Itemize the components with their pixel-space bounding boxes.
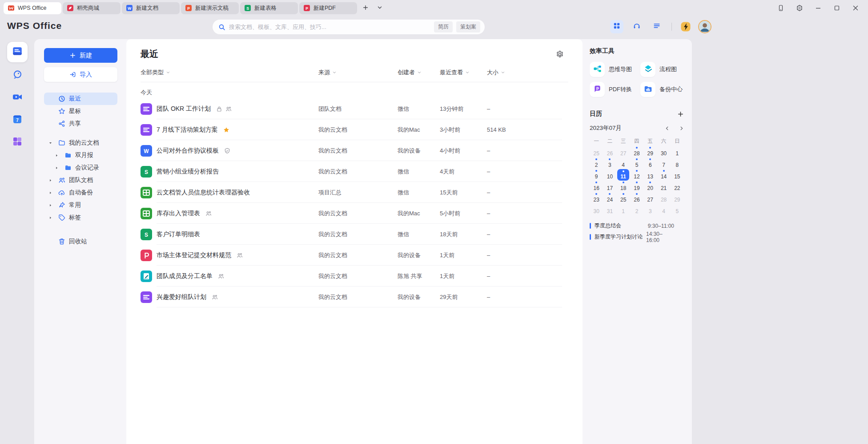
mobile-button[interactable]	[777, 4, 784, 12]
table-row[interactable]: 云文档管人员信息统计表理器验收项目汇总微信15天前–	[141, 182, 568, 203]
sidebar-item[interactable]: 双月报	[50, 149, 117, 161]
import-button[interactable]: 导入	[44, 67, 117, 82]
caret-right-icon[interactable]	[48, 191, 56, 195]
search-tag[interactable]: 策划案	[456, 21, 480, 32]
sidebar-item[interactable]: 我的云文档	[44, 137, 117, 149]
minimize-button[interactable]	[815, 4, 822, 12]
maximize-button[interactable]	[833, 4, 840, 12]
rail-item-apps[interactable]	[8, 133, 26, 151]
table-row[interactable]: 市场主体登记提交材料规范我的云文档我的设备1天前–	[141, 245, 568, 266]
calendar-day[interactable]: 2	[590, 157, 603, 169]
sidebar-item[interactable]: 共享	[44, 117, 117, 130]
table-row[interactable]: W公司对外合作协议模板我的云文档我的设备4小时前–	[141, 140, 568, 161]
calendar-day[interactable]: 12	[630, 169, 643, 181]
calendar-day[interactable]: 28	[657, 192, 670, 204]
calendar-day[interactable]: 4	[657, 204, 670, 215]
caret-down-icon[interactable]	[48, 141, 56, 145]
calendar-day[interactable]: 26	[603, 146, 616, 157]
filter-dropdown[interactable]: 来源	[318, 69, 337, 77]
calendar-day[interactable]: 5	[630, 157, 643, 169]
sidebar-item[interactable]: 星标	[44, 105, 117, 117]
sidebar-item[interactable]: 标签	[44, 211, 117, 224]
calendar-day[interactable]: 30	[657, 146, 670, 157]
sidebar-item[interactable]: 会议记录	[50, 161, 117, 174]
table-row[interactable]: 团队成员及分工名单我的云文档陈旭 共享1天前–	[141, 266, 568, 287]
window-tab[interactable]: W新建文档	[122, 2, 180, 14]
calendar-day[interactable]: 19	[630, 181, 643, 192]
search-tag[interactable]: 简历	[434, 21, 453, 32]
calendar-day[interactable]: 1	[617, 204, 630, 215]
calendar-day[interactable]: 5	[671, 204, 684, 215]
sidebar-item[interactable]: 自动备份	[44, 186, 117, 199]
caret-right-icon[interactable]	[48, 216, 56, 220]
gear-icon[interactable]	[556, 50, 564, 58]
filter-dropdown[interactable]: 全部类型	[141, 69, 170, 77]
window-tab[interactable]: S新建表格	[240, 2, 298, 14]
calendar-day[interactable]: 2	[630, 204, 643, 215]
caret-right-icon[interactable]	[55, 166, 63, 170]
rail-item-meeting[interactable]	[8, 89, 26, 107]
tool-backup[interactable]: 备份中心	[640, 81, 684, 98]
sidebar-item[interactable]: 最近	[44, 93, 117, 105]
calendar-event[interactable]: 新季度学习计划讨论14:30–16:00	[590, 231, 684, 242]
filter-dropdown[interactable]: 大小	[487, 69, 505, 77]
calendar-day[interactable]: 11	[617, 169, 630, 181]
caret-right-icon[interactable]	[48, 203, 56, 207]
vip-badge-icon[interactable]	[680, 21, 691, 32]
caret-right-icon[interactable]	[48, 178, 56, 182]
sidebar-item[interactable]: 团队文档	[44, 174, 117, 186]
calendar-day[interactable]: 8	[671, 157, 684, 169]
calendar-day[interactable]: 28	[630, 146, 643, 157]
search-input[interactable]	[229, 24, 434, 30]
calendar-day[interactable]: 29	[643, 146, 657, 157]
calendar-day[interactable]: 17	[603, 181, 616, 192]
rail-item-documents[interactable]	[7, 42, 28, 62]
apps-grid-button[interactable]	[610, 20, 623, 33]
calendar-day[interactable]: 9	[590, 169, 603, 181]
headset-button[interactable]	[630, 20, 643, 33]
table-row[interactable]: S营销小组业绩分析报告我的云文档微信4天前–	[141, 161, 568, 182]
calendar-day[interactable]: 1	[671, 146, 684, 157]
calendar-day[interactable]: 4	[617, 157, 630, 169]
calendar-day[interactable]: 20	[643, 181, 657, 192]
prev-month-button[interactable]	[665, 126, 670, 131]
filter-dropdown[interactable]: 创建者	[398, 69, 422, 77]
filter-dropdown[interactable]: 最近查看	[440, 69, 470, 77]
calendar-day[interactable]: 29	[671, 192, 684, 204]
global-search-bar[interactable]: 简历策划案	[213, 20, 485, 34]
calendar-day[interactable]: 24	[603, 192, 616, 204]
window-tab[interactable]: P新建PDF	[299, 2, 357, 14]
calendar-day[interactable]: 10	[603, 169, 616, 181]
rail-item-calendar7[interactable]: 7	[8, 111, 26, 129]
close-button[interactable]	[852, 4, 859, 12]
calendar-day[interactable]: 22	[671, 181, 684, 192]
calendar-day[interactable]: 25	[617, 192, 630, 204]
user-avatar[interactable]	[698, 20, 711, 33]
calendar-day[interactable]: 23	[590, 192, 603, 204]
next-month-button[interactable]	[679, 126, 684, 131]
window-tab[interactable]: P新建演示文稿	[181, 2, 239, 14]
calendar-day[interactable]: 31	[603, 204, 616, 215]
new-document-button[interactable]: 新建	[44, 48, 117, 63]
tab-list-dropdown-button[interactable]	[374, 2, 386, 14]
table-row[interactable]: 7 月线下活动策划方案我的云文档我的Mac3小时前514 KB	[141, 119, 568, 140]
calendar-day[interactable]: 27	[617, 146, 630, 157]
add-event-button[interactable]	[677, 111, 684, 117]
rail-item-chat[interactable]	[8, 67, 26, 85]
tool-pdf-convert[interactable]: PDF转换	[590, 81, 640, 98]
tool-flowchart[interactable]: 流程图	[640, 61, 684, 78]
table-row[interactable]: 兴趣爱好组队计划我的云文档我的设备29天前–	[141, 287, 568, 307]
calendar-day[interactable]: 7	[657, 157, 670, 169]
calendar-day[interactable]: 26	[630, 192, 643, 204]
sidebar-item[interactable]: 常用	[44, 199, 117, 211]
sidebar-item-trash[interactable]: 回收站	[44, 235, 117, 248]
calendar-day[interactable]: 6	[643, 157, 657, 169]
caret-right-icon[interactable]	[55, 153, 63, 157]
calendar-event[interactable]: 季度总结会9:30–11:00	[590, 220, 684, 231]
calendar-day[interactable]: 14	[657, 169, 670, 181]
calendar-day[interactable]: 27	[643, 192, 657, 204]
calendar-day[interactable]: 21	[657, 181, 670, 192]
calendar-day[interactable]: 30	[590, 204, 603, 215]
table-row[interactable]: 团队 OKR 工作计划团队文档微信13分钟前–	[141, 98, 568, 119]
tool-mindmap[interactable]: 思维导图	[590, 61, 640, 78]
